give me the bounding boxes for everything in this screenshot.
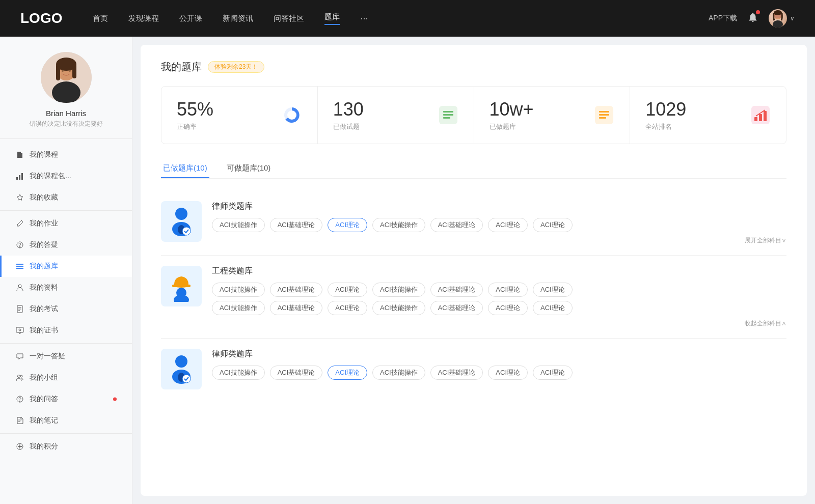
sidebar-label-points: 我的积分 [30, 442, 58, 451]
nav-question-bank[interactable]: 题库 [324, 12, 340, 25]
svg-point-3 [774, 10, 782, 15]
bank-1-tag-2[interactable]: ACI理论 [328, 218, 367, 232]
nav-more[interactable]: ··· [360, 13, 368, 24]
done-questions-label: 已做试题 [333, 122, 430, 131]
bank-3-tag-2[interactable]: ACI理论 [328, 366, 367, 380]
list-green-icon [439, 106, 457, 124]
ranking-icon [750, 105, 771, 125]
svg-point-52 [175, 355, 187, 368]
chart-red-icon [751, 106, 770, 124]
bank-2-tag-r1-4[interactable]: ACI基础理论 [430, 283, 483, 297]
svg-point-27 [20, 375, 22, 377]
sidebar-item-favorites[interactable]: 我的收藏 [0, 187, 132, 208]
bank-icon [15, 262, 24, 271]
nav-discover[interactable]: 发现课程 [128, 14, 159, 23]
sidebar-item-points[interactable]: 我的积分 [0, 436, 132, 457]
svg-rect-16 [21, 173, 23, 180]
notification-bell[interactable] [747, 12, 758, 25]
bank-3-tag-0[interactable]: ACI技能操作 [212, 366, 265, 380]
sidebar-item-exam[interactable]: 我的考试 [0, 298, 132, 320]
file-icon [15, 150, 24, 159]
bank-3-tag-6[interactable]: ACI理论 [533, 366, 573, 380]
bank-1-tag-0[interactable]: ACI技能操作 [212, 218, 265, 232]
sidebar-item-course-pkg[interactable]: 我的课程包... [0, 165, 132, 187]
svg-rect-19 [16, 264, 23, 265]
ranking-label: 全站排名 [645, 122, 742, 131]
bank-1-tag-3[interactable]: ACI技能操作 [372, 218, 425, 232]
logo: LOGO [20, 10, 62, 26]
bank-content-2: 工程类题库 ACI技能操作 ACI基础理论 ACI理论 ACI技能操作 ACI基… [212, 266, 786, 328]
bank-1-tag-6[interactable]: ACI理论 [533, 218, 573, 232]
page-header: 我的题库 体验剩余23天！ [161, 60, 786, 74]
tab-done[interactable]: 已做题库(10) [161, 159, 209, 178]
chart-icon [15, 172, 24, 181]
sidebar-item-group[interactable]: 我的小组 [0, 367, 132, 388]
nav-opencourse[interactable]: 公开课 [179, 14, 202, 23]
nav-qa[interactable]: 问答社区 [274, 14, 304, 23]
bank-item-1: 律师类题库 ACI技能操作 ACI基础理论 ACI理论 ACI技能操作 ACI基… [161, 191, 786, 256]
svg-rect-42 [754, 117, 757, 121]
bank-item-3: 律师类题库 ACI技能操作 ACI基础理论 ACI理论 ACI技能操作 ACI基… [161, 339, 786, 400]
sidebar-item-notes[interactable]: 我的笔记 [0, 410, 132, 431]
bank-content-3: 律师类题库 ACI技能操作 ACI基础理论 ACI理论 ACI技能操作 ACI基… [212, 349, 786, 384]
bank-3-tag-4[interactable]: ACI基础理论 [430, 366, 483, 380]
bank-2-tag-r2-1[interactable]: ACI基础理论 [270, 301, 323, 315]
sidebar-item-homework[interactable]: 我的作业 [0, 213, 132, 234]
bank-2-tag-r1-5[interactable]: ACI理论 [488, 283, 528, 297]
avatar-image [769, 9, 787, 27]
help-icon [15, 240, 24, 249]
bank-2-tag-r1-1[interactable]: ACI基础理论 [270, 283, 323, 297]
bank-1-tag-1[interactable]: ACI基础理论 [270, 218, 323, 232]
nav-news[interactable]: 新闻资讯 [223, 14, 253, 23]
sidebar-label-questions: 我的问答 [30, 395, 58, 404]
nav-home[interactable]: 首页 [93, 14, 108, 23]
bank-2-tag-r2-5[interactable]: ACI理论 [488, 301, 528, 315]
star-icon [15, 193, 24, 202]
bank-title-1: 律师类题库 [212, 201, 786, 212]
bank-2-tags-row2: ACI技能操作 ACI基础理论 ACI理论 ACI技能操作 ACI基础理论 AC… [212, 301, 786, 315]
bank-2-tag-r2-6[interactable]: ACI理论 [533, 301, 573, 315]
bank-2-tag-r1-2[interactable]: ACI理论 [328, 283, 367, 297]
svg-point-45 [175, 208, 187, 220]
sidebar-item-questions[interactable]: 我的问答 [0, 388, 132, 410]
bank-3-tag-3[interactable]: ACI技能操作 [372, 366, 425, 380]
profile-name: Brian Harris [46, 109, 86, 118]
sidebar-label-group: 我的小组 [30, 373, 58, 382]
app-download-link[interactable]: APP下载 [709, 14, 737, 23]
svg-rect-9 [72, 64, 76, 78]
sidebar-item-question-bank[interactable]: 我的题库 [0, 256, 132, 277]
bank-1-tag-5[interactable]: ACI理论 [488, 218, 528, 232]
svg-point-26 [18, 375, 20, 378]
bank-2-tag-r1-6[interactable]: ACI理论 [533, 283, 573, 297]
list-orange-icon [595, 106, 613, 124]
bank-2-collapse[interactable]: 收起全部科目∧ [212, 319, 786, 328]
svg-rect-24 [16, 327, 23, 332]
bank-2-tags-row1: ACI技能操作 ACI基础理论 ACI理论 ACI技能操作 ACI基础理论 AC… [212, 283, 786, 297]
bank-2-tag-r2-4[interactable]: ACI基础理论 [430, 301, 483, 315]
bank-2-tag-r2-0[interactable]: ACI技能操作 [212, 301, 265, 315]
bank-2-tag-r2-3[interactable]: ACI技能操作 [372, 301, 425, 315]
bank-1-tags: ACI技能操作 ACI基础理论 ACI理论 ACI技能操作 ACI基础理论 AC… [212, 218, 786, 232]
header: LOGO 首页 发现课程 公开课 新闻资讯 问答社区 题库 ··· APP下载 [0, 0, 815, 37]
sidebar-profile: Brian Harris 错误的决定比没有决定要好 [0, 52, 132, 139]
stat-accuracy: 55% 正确率 [161, 87, 318, 144]
group-icon [15, 373, 24, 382]
sidebar-item-my-course[interactable]: 我的课程 [0, 144, 132, 165]
user-avatar-wrap[interactable]: ∨ [769, 9, 795, 27]
bank-1-tag-4[interactable]: ACI基础理论 [430, 218, 483, 232]
bank-2-tag-r1-0[interactable]: ACI技能操作 [212, 283, 265, 297]
sidebar-item-certificate[interactable]: 我的证书 [0, 320, 132, 341]
svg-point-25 [19, 329, 21, 331]
sidebar-item-one-on-one[interactable]: 一对一答疑 [0, 346, 132, 367]
sidebar: Brian Harris 错误的决定比没有决定要好 我的课程 我的课程包... [0, 37, 132, 504]
sidebar-label-question-bank: 我的题库 [30, 262, 58, 271]
stat-done-questions: 130 已做试题 [318, 87, 474, 144]
bank-2-tag-r2-2[interactable]: ACI理论 [328, 301, 367, 315]
bank-3-tag-1[interactable]: ACI基础理论 [270, 366, 323, 380]
bank-2-tag-r1-3[interactable]: ACI技能操作 [372, 283, 425, 297]
sidebar-item-profile[interactable]: 我的资料 [0, 277, 132, 298]
tab-todo[interactable]: 可做题库(10) [225, 159, 273, 178]
bank-3-tag-5[interactable]: ACI理论 [488, 366, 528, 380]
sidebar-item-qa[interactable]: 我的答疑 [0, 234, 132, 256]
bank-1-expand[interactable]: 展开全部科目∨ [212, 236, 786, 245]
